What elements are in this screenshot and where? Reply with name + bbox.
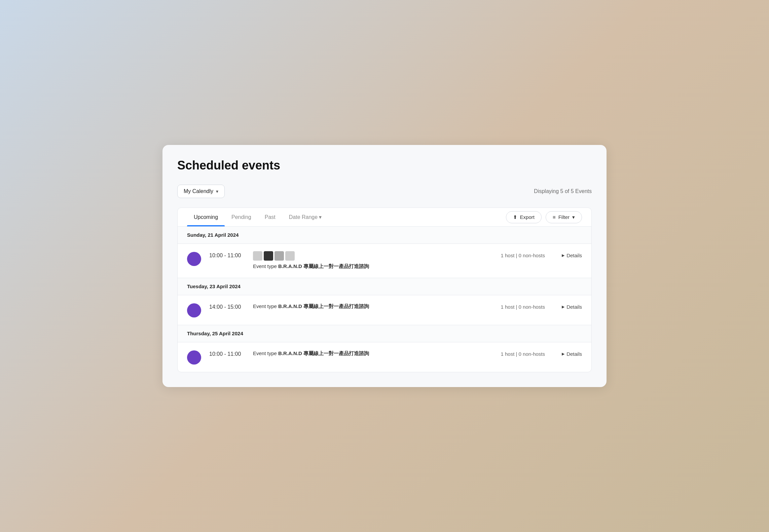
filter-icon: ≡ <box>553 214 556 220</box>
event-row-0-0: 10:00 - 11:00 Event type B.R.A.N.D 專屬線上一… <box>178 244 591 278</box>
event-hosts-2-0: 1 host | 0 non-hosts <box>478 350 545 357</box>
details-label-1-0: Details <box>566 304 582 310</box>
avatar-3 <box>285 251 295 261</box>
event-dot <box>187 252 201 266</box>
details-label-0-0: Details <box>566 253 582 258</box>
avatar-1 <box>264 251 273 261</box>
filter-label: Filter <box>558 214 570 220</box>
event-details-0-0: Event type B.R.A.N.D 專屬線上一對一產品打造諮詢 <box>253 251 478 270</box>
date-section-2: Thursday, 25 April 2024 <box>178 325 591 342</box>
event-right-1-0: 1 host | 0 non-hosts ▶ Details <box>478 303 582 310</box>
event-details-2-0: Event type B.R.A.N.D 專屬線上一對一產品打造諮詢 <box>253 350 478 357</box>
event-row-main: 14:00 - 15:00 Event type B.R.A.N.D 專屬線上一… <box>209 303 582 310</box>
event-hosts-0-0: 1 host | 0 non-hosts <box>478 251 545 258</box>
date-section-1: Tuesday, 23 April 2024 <box>178 278 591 295</box>
export-icon: ⬆ <box>513 214 517 220</box>
date-label-2: Thursday, 25 April 2024 <box>187 331 243 336</box>
event-time-2-0: 10:00 - 11:00 <box>209 350 253 357</box>
date-label-1: Tuesday, 23 April 2024 <box>187 283 241 289</box>
event-row-1-0: 14:00 - 15:00 Event type B.R.A.N.D 專屬線上一… <box>178 295 591 325</box>
event-time-0-0: 10:00 - 11:00 <box>209 251 253 259</box>
displaying-count: Displaying 5 of 5 Events <box>534 188 592 194</box>
details-link-1-0[interactable]: ▶ Details <box>552 303 582 310</box>
tab-past[interactable]: Past <box>258 208 282 226</box>
chevron-down-icon: ▾ <box>216 189 218 194</box>
event-row-2-0: 10:00 - 11:00 Event type B.R.A.N.D 專屬線上一… <box>178 342 591 372</box>
top-bar: My Calendly ▾ Displaying 5 of 5 Events <box>177 185 592 198</box>
page-title: Scheduled events <box>177 158 592 173</box>
event-type-text-0-0: Event type B.R.A.N.D 專屬線上一對一產品打造諮詢 <box>253 263 478 270</box>
calendar-select-dropdown[interactable]: My Calendly ▾ <box>177 185 225 198</box>
filter-chevron-icon: ▾ <box>572 214 575 220</box>
tab-upcoming[interactable]: Upcoming <box>187 208 225 226</box>
main-card: Scheduled events My Calendly ▾ Displayin… <box>162 145 607 387</box>
event-dot <box>187 303 201 317</box>
event-right-2-0: 1 host | 0 non-hosts ▶ Details <box>478 350 582 357</box>
events-container: Upcoming Pending Past Date Range ▾ ⬆ Exp… <box>177 207 592 372</box>
date-section-0: Sunday, 21 April 2024 <box>178 227 591 244</box>
calendar-select-label: My Calendly <box>184 188 213 194</box>
tabs: Upcoming Pending Past Date Range ▾ <box>187 208 328 226</box>
event-type-text-2-0: Event type B.R.A.N.D 專屬線上一對一產品打造諮詢 <box>253 350 478 357</box>
event-time-1-0: 14:00 - 15:00 <box>209 303 253 310</box>
tab-actions: ⬆ Export ≡ Filter ▾ <box>506 211 582 223</box>
event-dot <box>187 350 201 365</box>
avatar-0 <box>253 251 262 261</box>
event-details-1-0: Event type B.R.A.N.D 專屬線上一對一產品打造諮詢 <box>253 303 478 310</box>
chevron-down-icon: ▾ <box>319 214 322 220</box>
event-row-main: 10:00 - 11:00 Event type B.R.A.N.D 專屬線上一… <box>209 251 582 270</box>
play-icon: ▶ <box>562 352 564 356</box>
event-avatars <box>253 251 478 261</box>
date-label-0: Sunday, 21 April 2024 <box>187 232 239 238</box>
tab-pending[interactable]: Pending <box>225 208 258 226</box>
play-icon: ▶ <box>562 253 564 258</box>
details-link-2-0[interactable]: ▶ Details <box>552 350 582 357</box>
tab-date-range[interactable]: Date Range ▾ <box>282 208 328 226</box>
details-label-2-0: Details <box>566 351 582 357</box>
export-label: Export <box>520 214 535 220</box>
event-right-0-0: 1 host | 0 non-hosts ▶ Details <box>478 251 582 258</box>
event-row-main: 10:00 - 11:00 Event type B.R.A.N.D 專屬線上一… <box>209 350 582 357</box>
play-icon: ▶ <box>562 305 564 309</box>
avatar-2 <box>274 251 284 261</box>
export-button[interactable]: ⬆ Export <box>506 211 542 223</box>
event-hosts-1-0: 1 host | 0 non-hosts <box>478 303 545 310</box>
details-link-0-0[interactable]: ▶ Details <box>552 251 582 258</box>
event-type-text-1-0: Event type B.R.A.N.D 專屬線上一對一產品打造諮詢 <box>253 303 478 310</box>
date-range-label: Date Range <box>289 214 318 220</box>
tabs-row: Upcoming Pending Past Date Range ▾ ⬆ Exp… <box>178 208 591 227</box>
filter-button[interactable]: ≡ Filter ▾ <box>546 211 582 223</box>
